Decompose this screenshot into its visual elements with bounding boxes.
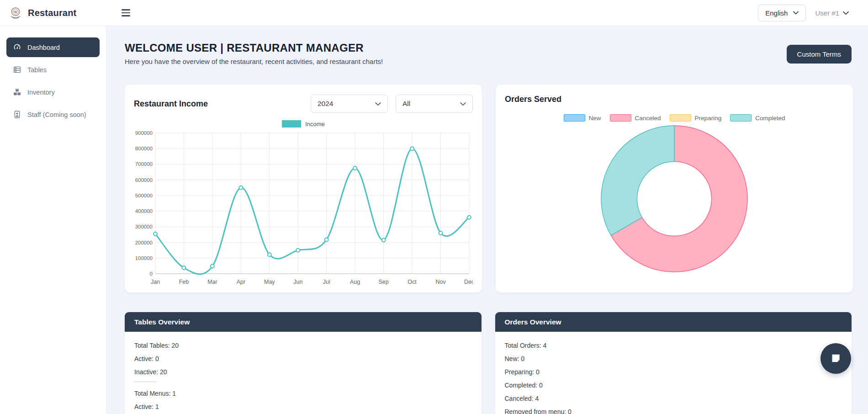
- legend-item-canceled[interactable]: Canceled: [610, 114, 661, 122]
- svg-text:Jul: Jul: [323, 279, 330, 285]
- legend-label-completed: Completed: [755, 115, 785, 122]
- sidebar-item-label: Inventory: [27, 89, 55, 96]
- top-navbar: Restaurant English User #1: [0, 0, 868, 26]
- language-select-value: English: [765, 9, 788, 17]
- income-chart-title: Restaurant Income: [134, 99, 208, 109]
- sidebar-item-label: Staff (Coming soon): [27, 111, 86, 118]
- restaurant-income-card: Restaurant Income 2024 All: [125, 85, 482, 292]
- legend-label-canceled: Canceled: [635, 115, 661, 122]
- brand: Restaurant: [0, 5, 106, 21]
- custom-terms-button[interactable]: Custom Terms: [787, 45, 852, 64]
- svg-text:400000: 400000: [135, 208, 153, 214]
- svg-text:Dec: Dec: [464, 279, 473, 285]
- notes-fab-button[interactable]: [820, 343, 851, 374]
- legend-label-new: New: [589, 115, 601, 122]
- year-select-value: 2024: [318, 100, 333, 108]
- orders-new-line: New: 0: [505, 355, 842, 362]
- svg-text:Jun: Jun: [293, 279, 302, 285]
- divider: [134, 382, 156, 382]
- income-legend-item[interactable]: Income: [134, 120, 473, 127]
- income-line-chart: 0100000200000300000400000500000600000700…: [134, 128, 473, 286]
- income-legend-swatch: [282, 120, 301, 127]
- navbar-right: English User #1: [758, 5, 868, 21]
- page-title: WELCOME USER | RESTAURANT MANAGER: [125, 42, 383, 54]
- orders-preparing-line: Preparing: 0: [505, 368, 842, 376]
- income-legend-label: Income: [305, 121, 325, 127]
- total-menus-line: Total Menus: 1: [134, 390, 472, 397]
- user-menu[interactable]: User #1: [815, 9, 849, 17]
- charts-row: Restaurant Income 2024 All: [125, 85, 852, 292]
- orders-removed-line: Removed from menu: 0: [505, 408, 842, 414]
- sidebar-item-staff[interactable]: Staff (Coming soon): [6, 105, 100, 124]
- orders-overview-card: Orders Overview Total Orders: 4 New: 0 P…: [495, 312, 852, 414]
- menus-active-line: Active: 1: [134, 403, 472, 410]
- main-content: WELCOME USER | RESTAURANT MANAGER Here y…: [106, 26, 868, 414]
- filter-select[interactable]: All: [396, 95, 473, 113]
- svg-text:800000: 800000: [135, 146, 153, 151]
- svg-text:900000: 900000: [135, 130, 153, 136]
- svg-text:Nov: Nov: [435, 279, 446, 285]
- svg-text:700000: 700000: [135, 161, 153, 167]
- orders-chart-title: Orders Served: [505, 95, 844, 104]
- boxes-icon: [13, 88, 21, 96]
- legend-swatch-new: [564, 114, 585, 122]
- speedometer-icon: [13, 43, 21, 51]
- sidebar-item-tables[interactable]: Tables: [6, 60, 100, 80]
- restaurant-crest-icon: [8, 5, 23, 21]
- filter-select-value: All: [402, 100, 410, 108]
- orders-served-card: Orders Served New Canceled Preparing Com…: [496, 85, 853, 292]
- svg-text:Feb: Feb: [179, 279, 189, 285]
- svg-text:Mar: Mar: [207, 279, 217, 285]
- page-header: WELCOME USER | RESTAURANT MANAGER Here y…: [125, 42, 852, 65]
- legend-label-preparing: Preparing: [695, 115, 722, 122]
- legend-swatch-preparing: [670, 114, 691, 122]
- overview-row: Tables Overview Total Tables: 20 Active:…: [125, 312, 852, 414]
- svg-text:Oct: Oct: [408, 279, 417, 285]
- tables-active-line: Active: 0: [134, 355, 472, 362]
- svg-text:500000: 500000: [135, 193, 153, 198]
- svg-text:100000: 100000: [135, 255, 153, 261]
- page-subtitle: Here you have the overview of the restau…: [125, 58, 383, 65]
- tables-inactive-line: Inactive: 20: [134, 368, 472, 376]
- chevron-down-icon: [460, 102, 466, 106]
- user-menu-label: User #1: [815, 9, 839, 17]
- brand-name: Restaurant: [28, 8, 76, 18]
- table-icon: [13, 66, 21, 74]
- orders-overview-header: Orders Overview: [495, 312, 852, 332]
- sidebar-item-label: Dashboard: [27, 44, 60, 51]
- total-tables-line: Total Tables: 20: [134, 342, 472, 349]
- chevron-down-icon: [375, 102, 381, 106]
- svg-text:May: May: [264, 279, 275, 285]
- svg-text:Aug: Aug: [350, 279, 360, 285]
- svg-text:Jan: Jan: [151, 279, 160, 285]
- svg-text:600000: 600000: [135, 177, 153, 183]
- sidebar-item-dashboard[interactable]: Dashboard: [6, 37, 100, 57]
- sidebar-item-inventory[interactable]: Inventory: [6, 82, 100, 102]
- legend-swatch-canceled: [610, 114, 631, 122]
- chevron-down-icon: [843, 11, 849, 15]
- svg-text:0: 0: [150, 271, 153, 276]
- legend-item-new[interactable]: New: [564, 114, 601, 122]
- note-icon: [830, 353, 842, 364]
- svg-text:Apr: Apr: [237, 279, 245, 285]
- svg-text:Sep: Sep: [379, 279, 389, 285]
- total-orders-line: Total Orders: 4: [505, 342, 842, 349]
- sidebar: Dashboard Tables Inventory: [0, 26, 106, 414]
- orders-canceled-line: Canceled: 4: [505, 395, 842, 402]
- legend-swatch-completed: [730, 114, 752, 122]
- chevron-down-icon: [793, 11, 799, 15]
- svg-text:200000: 200000: [135, 240, 153, 245]
- language-select[interactable]: English: [758, 5, 806, 21]
- donut-legend: New Canceled Preparing Completed: [505, 114, 844, 122]
- year-select[interactable]: 2024: [311, 95, 388, 113]
- orders-donut-chart: [505, 123, 844, 274]
- tables-overview-card: Tables Overview Total Tables: 20 Active:…: [125, 312, 482, 414]
- orders-completed-line: Completed: 0: [505, 382, 842, 389]
- sidebar-item-label: Tables: [27, 66, 47, 74]
- tables-overview-header: Tables Overview: [125, 312, 482, 332]
- legend-item-preparing[interactable]: Preparing: [670, 114, 722, 122]
- hamburger-icon[interactable]: [120, 7, 132, 18]
- svg-text:300000: 300000: [135, 224, 153, 229]
- legend-item-completed[interactable]: Completed: [730, 114, 785, 122]
- person-badge-icon: [13, 111, 21, 118]
